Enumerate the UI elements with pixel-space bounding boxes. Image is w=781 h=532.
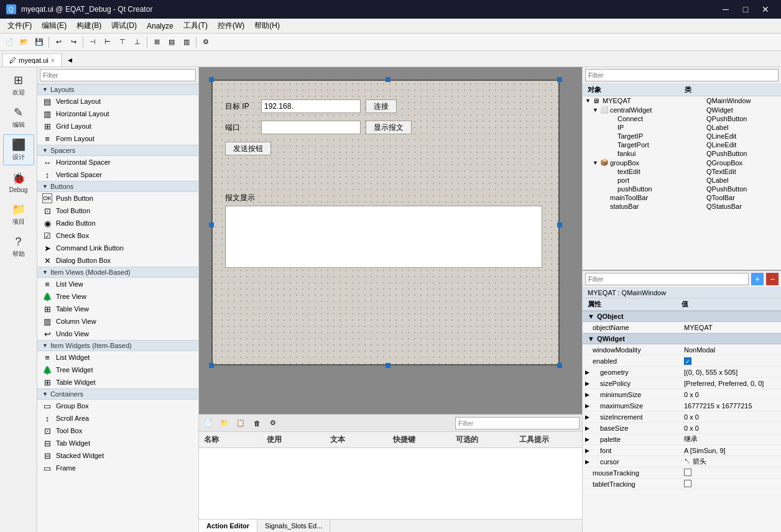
port-input[interactable] <box>261 121 361 134</box>
section-containers[interactable]: ▼ Containers <box>37 388 198 400</box>
widget-frame[interactable]: ▭ Frame <box>37 462 198 474</box>
prop-section-qobject[interactable]: ▼ QObject <box>583 311 781 322</box>
tree-row-connect[interactable]: Connect QPushButton <box>583 114 781 123</box>
prop-row-cursor[interactable]: ▶ cursor ↖ 箭头 <box>583 456 781 467</box>
prop-remove-button[interactable]: − <box>766 273 779 285</box>
widget-tool-button[interactable]: ⊡ Tool Button <box>37 204 198 217</box>
widget-stacked-widget[interactable]: ⊟ Stacked Widget <box>37 449 198 462</box>
mode-edit[interactable]: ✎ 编辑 <box>3 102 34 133</box>
object-tree-filter-input[interactable] <box>585 69 779 81</box>
tree-row-fankui[interactable]: fankui QPushButton <box>583 149 781 158</box>
toolbar-layout1[interactable]: ▤ <box>165 35 178 49</box>
prop-row-objectname[interactable]: objectName MYEQAT <box>583 322 781 333</box>
tab-action-editor[interactable]: Action Editor <box>199 520 257 532</box>
widget-table-view[interactable]: ⊞ Table View <box>37 303 198 315</box>
prop-row-sizepolicy[interactable]: ▶ sizePolicy [Preferred, Preferred, 0, 0… <box>583 378 781 389</box>
canvas-wrapper[interactable]: 目标 IP 连接 端口 显示报文 发送按钮 <box>199 67 582 414</box>
target-ip-input[interactable] <box>261 99 361 113</box>
prop-row-basesize[interactable]: ▶ baseSize 0 x 0 <box>583 423 781 434</box>
minimize-button[interactable]: ─ <box>716 3 735 16</box>
toolbar-redo[interactable]: ↪ <box>67 35 80 49</box>
prop-row-sizeincrement[interactable]: ▶ sizeIncrement 0 x 0 <box>583 411 781 423</box>
menu-help[interactable]: 帮助(H) <box>249 19 285 32</box>
menu-debug[interactable]: 调试(D) <box>106 19 142 32</box>
widget-command-link-button[interactable]: ➤ Command Link Button <box>37 242 198 254</box>
mode-projects[interactable]: 📁 项目 <box>3 199 34 230</box>
window-controls[interactable]: ─ □ ✕ <box>716 3 775 16</box>
section-item-widgets[interactable]: ▼ Item Widgets (Item-Based) <box>37 340 198 351</box>
prop-section-qwidget[interactable]: ▼ QWidget <box>583 333 781 344</box>
widget-scroll-area[interactable]: ↕ Scroll Area <box>37 412 198 424</box>
widget-filter-input[interactable] <box>40 69 196 81</box>
widget-grid-layout[interactable]: ⊞ Grid Layout <box>37 120 198 132</box>
prop-row-palette[interactable]: ▶ palette 继承 <box>583 434 781 445</box>
mode-debug[interactable]: 🐞 Debug <box>3 167 34 198</box>
widget-vertical-spacer[interactable]: ↕ Vertical Spacer <box>37 168 198 181</box>
toolbar-settings[interactable]: ⚙ <box>199 35 213 49</box>
tree-row-maintoolbar[interactable]: mainToolBar QToolBar <box>583 193 781 202</box>
prop-filter-input[interactable] <box>585 273 749 285</box>
tree-row-statusbar[interactable]: statusBar QStatusBar <box>583 202 781 211</box>
widget-vertical-layout[interactable]: ▤ Vertical Layout <box>37 95 198 108</box>
mode-design[interactable]: ⬛ 设计 <box>3 134 34 165</box>
menu-edit[interactable]: 编辑(E) <box>37 19 72 32</box>
action-new[interactable]: 📄 <box>201 416 215 430</box>
handle-tl[interactable] <box>209 77 214 82</box>
prop-row-windowmodality[interactable]: windowModality NonModal <box>583 344 781 355</box>
prop-row-geometry[interactable]: ▶ geometry [(0, 0), 555 x 505] <box>583 367 781 378</box>
action-filter[interactable]: Filter <box>455 417 580 429</box>
toolbar-grid[interactable]: ⊞ <box>150 35 164 49</box>
send-button[interactable]: 发送按钮 <box>225 142 271 155</box>
section-layouts[interactable]: ▼ Layouts <box>37 84 198 95</box>
tab-signals-slots[interactable]: Signals_Slots Ed... <box>257 520 330 532</box>
enabled-checkbox[interactable]: ✓ <box>684 357 691 365</box>
widget-horizontal-spacer[interactable]: ↔ Horizontal Spacer <box>37 156 198 168</box>
action-delete[interactable]: 🗑 <box>250 416 264 430</box>
tree-row-groupbox[interactable]: ▼ 📦 groupBox QGroupBox <box>583 158 781 167</box>
prop-row-maximumsize[interactable]: ▶ maximumSize 16777215 x 16777215 <box>583 400 781 411</box>
toolbar-new[interactable]: 📄 <box>2 35 16 49</box>
prop-row-tablettracking[interactable]: tabletTracking <box>583 479 781 490</box>
widget-column-view[interactable]: ▥ Column View <box>37 315 198 328</box>
tablettracking-checkbox[interactable] <box>684 480 691 487</box>
toolbar-align-bottom[interactable]: ⊥ <box>131 35 144 49</box>
msg-area[interactable] <box>225 206 542 268</box>
action-copy[interactable]: 📋 <box>234 416 247 430</box>
tree-row-myeqat[interactable]: ▼ 🖥 MYEQAT QMainWindow <box>583 96 781 105</box>
prop-row-enabled[interactable]: enabled ✓ <box>583 355 781 367</box>
toolbar-align-left[interactable]: ⊣ <box>86 35 99 49</box>
action-open[interactable]: 📁 <box>218 416 231 430</box>
tree-row-targetport[interactable]: TargetPort QLineEdit <box>583 140 781 149</box>
handle-bl[interactable] <box>209 363 214 368</box>
handle-bm[interactable] <box>386 363 390 368</box>
close-button[interactable]: ✕ <box>756 3 775 16</box>
widget-undo-view[interactable]: ↩ Undo View <box>37 328 198 340</box>
tree-row-port[interactable]: port QLabel <box>583 176 781 185</box>
section-item-views[interactable]: ▼ Item Views (Model-Based) <box>37 267 198 278</box>
handle-tr[interactable] <box>557 77 562 82</box>
menu-analyze[interactable]: Analyze <box>142 21 178 32</box>
section-spacers[interactable]: ▼ Spacers <box>37 145 198 156</box>
toolbar-layout2[interactable]: ▥ <box>180 35 193 49</box>
tree-row-textedit[interactable]: textEdit QTextEdit <box>583 167 781 176</box>
handle-mr[interactable] <box>557 222 562 227</box>
show-msg-button[interactable]: 显示报文 <box>366 121 412 134</box>
widget-push-button[interactable]: OK Push Button <box>37 192 198 204</box>
widget-list-view[interactable]: ≡ List View <box>37 278 198 290</box>
handle-ml[interactable] <box>209 222 214 227</box>
widget-tree-view[interactable]: 🌲 Tree View <box>37 290 198 303</box>
menu-file[interactable]: 文件(F) <box>2 19 37 32</box>
widget-table-widget[interactable]: ⊞ Table Widget <box>37 376 198 388</box>
menu-widgets[interactable]: 控件(W) <box>213 19 249 32</box>
action-settings2[interactable]: ⚙ <box>266 416 280 430</box>
tab-pin-button[interactable]: ◂ <box>63 53 77 66</box>
widget-dialog-button-box[interactable]: ✕ Dialog Button Box <box>37 254 198 267</box>
widget-group-box[interactable]: ▭ Group Box <box>37 400 198 412</box>
widget-check-box[interactable]: ☑ Check Box <box>37 229 198 242</box>
toolbar-align-top[interactable]: ⊤ <box>116 35 129 49</box>
tree-row-targetip[interactable]: TargetIP QLineEdit <box>583 132 781 140</box>
section-buttons[interactable]: ▼ Buttons <box>37 181 198 192</box>
mode-welcome[interactable]: ⊞ 欢迎 <box>3 70 34 101</box>
maximize-button[interactable]: □ <box>736 3 755 16</box>
toolbar-undo[interactable]: ↩ <box>52 35 65 49</box>
